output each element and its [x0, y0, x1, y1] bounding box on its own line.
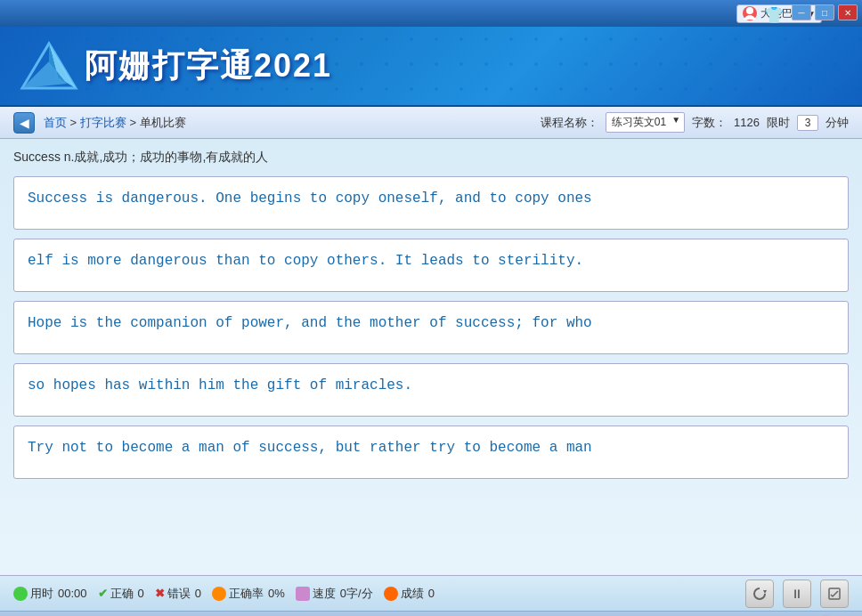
time-icon [13, 587, 28, 601]
breadcrumb: 首页 > 打字比赛 > 单机比赛 [44, 115, 186, 131]
correct-value: 0 [138, 587, 144, 600]
accuracy-status: 正确率 0% [212, 586, 285, 602]
vocab-line: Success n.成就,成功；成功的事物,有成就的人 [13, 148, 849, 167]
course-label: 课程名称： [541, 115, 598, 131]
text-line-3: Hope is the companion of power, and the … [28, 315, 592, 331]
text-box-4[interactable]: so hopes has within him the gift of mira… [13, 363, 849, 417]
timelimit-label: 限时 [767, 115, 790, 131]
check-icon: ✔ [98, 587, 108, 600]
accuracy-value: 0% [268, 587, 285, 600]
speed-icon [296, 587, 310, 601]
minute-label: 分钟 [825, 115, 849, 131]
time-value: 00:00 [58, 587, 87, 600]
app-header: 阿姗打字通2021 [0, 27, 862, 107]
time-status: 用时 00:00 [13, 586, 87, 602]
accuracy-label: 正确率 [229, 586, 264, 602]
course-dropdown[interactable]: 练习英文01 ▼ [606, 112, 685, 133]
time-label: 用时 [30, 586, 53, 602]
control-buttons: ⏸ [741, 580, 849, 608]
text-line-2: elf is more dangerous than to copy other… [28, 253, 583, 269]
app-title: 阿姗打字通2021 [85, 45, 332, 88]
breadcrumb-section[interactable]: 打字比赛 [80, 116, 126, 129]
score-status: 成绩 0 [384, 586, 435, 602]
status-bar: 用时 00:00 ✔ 正确 0 ✖ 错误 0 正确率 0% 速度 0字/分 成绩… [0, 575, 862, 611]
logo-area: 阿姗打字通2021 [18, 35, 332, 97]
error-label: 错误 [167, 586, 191, 602]
timelimit-value: 3 [797, 115, 818, 131]
breadcrumb-home[interactable]: 首页 [44, 116, 67, 129]
speed-value: 0字/分 [340, 586, 373, 602]
save-button[interactable] [820, 580, 849, 608]
vocab-word: Success [13, 150, 61, 164]
dropdown-chevron: ▼ [671, 115, 680, 125]
minimize-button[interactable]: ─ [792, 4, 811, 20]
svg-point-0 [746, 7, 753, 14]
speed-label: 速度 [313, 586, 336, 602]
close-button[interactable]: ✕ [838, 4, 858, 20]
course-selector[interactable]: 练习英文01 ▼ [606, 112, 685, 133]
error-value: 0 [195, 587, 201, 600]
accuracy-icon [212, 587, 226, 601]
text-line-5: Try not to become a man of success, but … [28, 440, 592, 456]
maximize-button[interactable]: □ [815, 4, 834, 20]
avatar-icon [743, 6, 757, 20]
correct-status: ✔ 正确 0 [98, 586, 144, 602]
titlebar: 大尾巴狼 ▼ 👕 ─ □ ✕ [0, 0, 862, 27]
wordcount-value: 1126 [734, 116, 760, 129]
pause-icon: ⏸ [791, 587, 803, 601]
logo-icon [18, 35, 80, 97]
shirt-icon: 👕 [764, 5, 784, 25]
pause-button[interactable]: ⏸ [783, 580, 811, 608]
footer: 互联网时间 2021-07-14 14:33:49 版本号： 21.3.0.1 … [0, 611, 862, 616]
svg-marker-5 [763, 590, 767, 594]
speed-status: 速度 0字/分 [296, 586, 373, 602]
score-value: 0 [428, 587, 435, 600]
text-box-1[interactable]: Success is dangerous. One begins to copy… [13, 176, 849, 230]
text-line-4: so hopes has within him the gift of mira… [28, 377, 412, 393]
score-label: 成绩 [401, 586, 424, 602]
main-content: Success n.成就,成功；成功的事物,有成就的人 Success is d… [0, 139, 862, 575]
back-button[interactable]: ◀ [13, 112, 35, 134]
text-box-2[interactable]: elf is more dangerous than to copy other… [13, 239, 849, 292]
breadcrumb-page: 单机比赛 [140, 116, 186, 129]
breadcrumb-right: 课程名称： 练习英文01 ▼ 字数： 1126 限时 3 分钟 [541, 112, 849, 133]
error-status: ✖ 错误 0 [155, 586, 201, 602]
cross-icon: ✖ [155, 587, 165, 600]
text-box-5[interactable]: Try not to become a man of success, but … [13, 426, 849, 479]
vocab-definition: n.成就,成功；成功的事物,有成就的人 [64, 150, 268, 164]
window-controls: ─ □ ✕ [792, 4, 858, 20]
wordcount-label: 字数： [692, 115, 727, 131]
text-box-3[interactable]: Hope is the companion of power, and the … [13, 301, 849, 354]
reset-button[interactable] [745, 580, 774, 608]
correct-label: 正确 [110, 586, 134, 602]
text-line-1: Success is dangerous. One begins to copy… [28, 190, 592, 207]
breadcrumb-bar: ◀ 首页 > 打字比赛 > 单机比赛 课程名称： 练习英文01 ▼ 字数： 11… [0, 107, 862, 139]
score-icon [384, 587, 398, 601]
